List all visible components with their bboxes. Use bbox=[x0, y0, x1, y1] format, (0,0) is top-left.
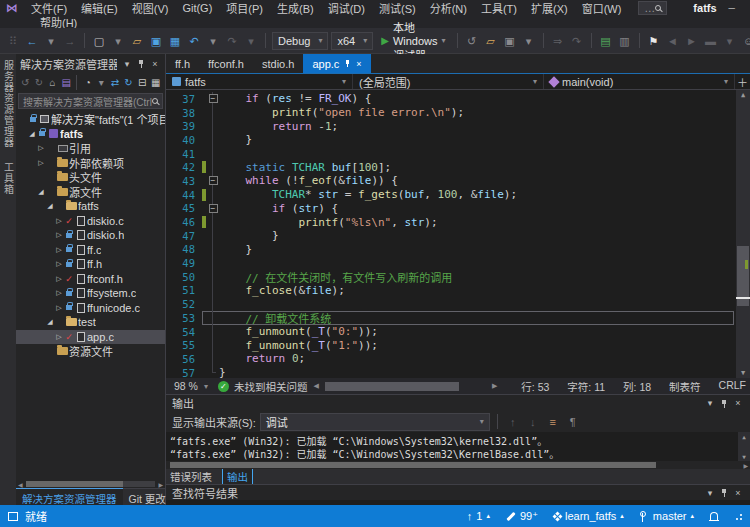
expander-collapsed-icon[interactable]: ▷ bbox=[54, 304, 64, 312]
background-tasks-icon[interactable] bbox=[8, 512, 18, 521]
expander-collapsed-icon[interactable]: ▷ bbox=[54, 260, 64, 268]
toolbar-collapse-all-icon[interactable]: ⊟ bbox=[136, 75, 149, 91]
toolbar-dropdown-caret-icon[interactable]: ▾ bbox=[521, 33, 537, 49]
fold-margin[interactable]: − bbox=[207, 92, 219, 106]
menu-item[interactable]: Git(G) bbox=[175, 1, 219, 15]
project-scope-dropdown[interactable]: fatfs ▾ bbox=[166, 74, 353, 89]
panel-tab[interactable]: 错误列表 bbox=[170, 469, 212, 484]
line-indicator[interactable]: 行: 53 bbox=[521, 379, 549, 394]
unsaved-changes-button[interactable]: 99⁺ bbox=[506, 510, 538, 523]
expander-collapsed-icon[interactable]: ▷ bbox=[54, 246, 64, 254]
scroll-up-icon[interactable]: ▲ bbox=[736, 91, 750, 99]
output-source-dropdown[interactable]: 调试 ▾ bbox=[260, 413, 490, 431]
expander-expanded-icon[interactable]: ◢ bbox=[45, 318, 55, 326]
menu-item[interactable]: 调试(D) bbox=[321, 0, 372, 17]
code-line[interactable]: 48 } bbox=[166, 243, 750, 257]
code-editor[interactable]: 37− if (res != FR_OK) {38 printf("open f… bbox=[166, 90, 750, 378]
toolbar-redo-icon[interactable]: ↷ bbox=[224, 33, 240, 49]
tree-item[interactable]: ▷ff.c bbox=[16, 243, 165, 258]
menu-item[interactable]: 生成(B) bbox=[270, 0, 321, 17]
toolbar-navigate-back-icon[interactable]: ↺ bbox=[19, 75, 32, 91]
code-line[interactable]: 57} bbox=[166, 366, 750, 378]
expander-collapsed-icon[interactable]: ▷ bbox=[54, 289, 64, 297]
vertical-tab[interactable]: 服务器资源管理器 bbox=[1, 60, 16, 148]
toolbar-switch-views-icon[interactable]: ▤ bbox=[60, 75, 73, 91]
toolbar-next-bookmark-icon[interactable]: ► bbox=[684, 33, 700, 49]
document-tab[interactable]: ffconf.h bbox=[199, 54, 253, 73]
code-line[interactable]: 41 bbox=[166, 147, 750, 161]
tree-item[interactable]: ▷✓ffconf.h bbox=[16, 272, 165, 287]
maximize-button[interactable]: □ bbox=[747, 0, 750, 16]
scrollbar-thumb[interactable] bbox=[325, 382, 459, 391]
expander-collapsed-icon[interactable]: ▷ bbox=[54, 275, 64, 283]
zoom-level-dropdown[interactable]: 98 % ▾ bbox=[170, 380, 212, 392]
panel-tab[interactable]: 输出 bbox=[222, 468, 253, 485]
tree-item[interactable]: ◢fatfs bbox=[16, 199, 165, 214]
scroll-left-icon[interactable]: ◀ bbox=[313, 382, 318, 390]
expander-expanded-icon[interactable]: ◢ bbox=[36, 188, 46, 196]
toolbar-dropdown-caret-icon[interactable]: ▾ bbox=[243, 33, 259, 49]
scroll-up-icon[interactable]: ▲ bbox=[738, 433, 750, 440]
close-icon[interactable]: × bbox=[149, 59, 161, 69]
toolbar-undo-icon[interactable]: ↶ bbox=[186, 33, 202, 49]
scroll-down-icon[interactable]: ▼ bbox=[738, 453, 750, 460]
toolbar-next-message-icon[interactable]: ↓ bbox=[525, 414, 541, 430]
tool-window-tab[interactable]: Git 更改 bbox=[123, 489, 172, 505]
scroll-left-icon[interactable]: ◀ bbox=[18, 481, 23, 488]
output-log[interactable]: “fatfs.exe” (Win32): 已加载 “C:\Windows\Sys… bbox=[166, 432, 750, 461]
menu-item[interactable]: 窗口(W) bbox=[575, 0, 629, 17]
toolbar-clear-all-icon[interactable]: ≡ bbox=[545, 414, 561, 430]
toolbar-browse-code-icon[interactable]: ▱ bbox=[483, 33, 499, 49]
code-line[interactable]: 37− if (res != FR_OK) { bbox=[166, 92, 750, 106]
scroll-right-icon[interactable]: ▶ bbox=[158, 481, 163, 488]
code-line[interactable]: 45− if (str) { bbox=[166, 202, 750, 216]
menu-item[interactable]: 测试(S) bbox=[372, 0, 423, 17]
indent-mode-indicator[interactable]: 制表符 bbox=[669, 379, 701, 394]
expander-collapsed-icon[interactable]: ▷ bbox=[36, 159, 46, 167]
window-position-menu-icon[interactable]: ▾ bbox=[121, 59, 133, 69]
menu-item[interactable]: 项目(P) bbox=[219, 0, 270, 17]
toolbar-bookmark-icon[interactable]: ⚑ bbox=[646, 33, 662, 49]
expander-collapsed-icon[interactable]: ▷ bbox=[36, 144, 46, 152]
toolbar-previous-message-icon[interactable]: ↑ bbox=[505, 414, 521, 430]
toolbar-refresh-icon[interactable]: ↻ bbox=[122, 75, 135, 91]
branch-picker[interactable]: master ▴ bbox=[640, 510, 694, 522]
toolbar-profiler-icon[interactable]: ↷ bbox=[569, 33, 585, 49]
horizontal-scrollbar[interactable]: ◀ ▶ bbox=[16, 480, 165, 488]
menu-item[interactable]: 视图(V) bbox=[125, 0, 176, 17]
scrollbar-thumb[interactable] bbox=[170, 462, 656, 468]
scrollbar-thumb[interactable] bbox=[26, 481, 123, 487]
tree-item[interactable]: ▷ffunicode.c bbox=[16, 301, 165, 316]
pin-icon[interactable] bbox=[137, 59, 145, 68]
close-icon[interactable]: × bbox=[732, 398, 744, 408]
code-line[interactable]: 54 f_unmount(_T("0:")); bbox=[166, 325, 750, 339]
tree-item[interactable]: 资源文件 bbox=[16, 344, 165, 359]
toolbar-dropdown-caret-icon[interactable]: ▾ bbox=[110, 33, 126, 49]
toolbar-show-all-files-icon[interactable]: ▦ bbox=[149, 75, 162, 91]
scroll-down-icon[interactable]: ▼ bbox=[736, 369, 750, 377]
menu-item[interactable]: 分析(N) bbox=[423, 0, 474, 17]
tree-item[interactable]: ▷✓diskio.c bbox=[16, 214, 165, 229]
document-tab[interactable]: app.c× bbox=[303, 54, 370, 73]
type-scope-dropdown[interactable]: (全局范围) ▾ bbox=[353, 74, 544, 89]
toolbar-live-preview-icon[interactable]: ▣ bbox=[502, 33, 518, 49]
toolbar-save-file-icon[interactable]: ▣ bbox=[148, 33, 164, 49]
document-tab[interactable]: ff.h bbox=[166, 54, 199, 73]
pin-icon[interactable] bbox=[344, 59, 351, 68]
code-line[interactable]: 38 printf("open file error.\n"); bbox=[166, 106, 750, 120]
toolbar-pending-changes-filter-icon[interactable]: ◔ bbox=[81, 75, 94, 91]
expander-expanded-icon[interactable]: ◢ bbox=[27, 130, 37, 138]
code-line[interactable]: 55 f_unmount(_T("1:")); bbox=[166, 338, 750, 352]
code-line[interactable]: 51 f_close(&file); bbox=[166, 284, 750, 298]
toolbar-new-project-icon[interactable]: ▢ bbox=[91, 33, 107, 49]
code-line[interactable]: 56 return 0; bbox=[166, 352, 750, 366]
member-dropdown[interactable]: main(void) ▾ bbox=[544, 74, 734, 89]
close-icon[interactable]: × bbox=[732, 488, 744, 498]
line-ending-indicator[interactable]: CRLF bbox=[719, 379, 746, 394]
code-line[interactable]: 46 printf("%ls\n", str); bbox=[166, 215, 750, 229]
expander-collapsed-icon[interactable]: ▷ bbox=[54, 231, 64, 239]
toolbar-save-all-icon[interactable]: ▦ bbox=[167, 33, 183, 49]
quick-search-box[interactable]: … bbox=[638, 1, 667, 15]
char-indicator[interactable]: 字符: 11 bbox=[567, 379, 605, 394]
fold-margin[interactable]: − bbox=[207, 174, 219, 188]
